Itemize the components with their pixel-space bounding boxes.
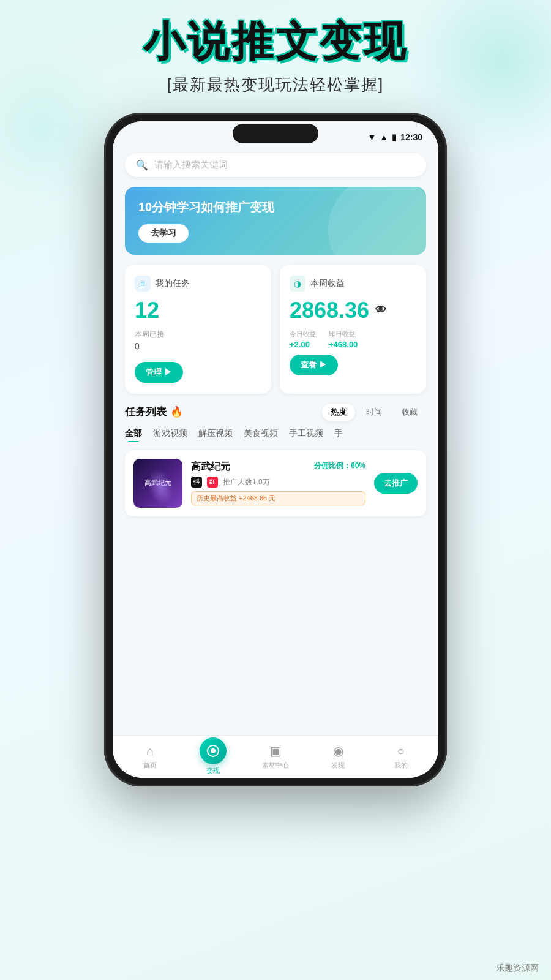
task-stat-card: ≡ 我的任务 12 本周已接 0 管理 ▶ [125,265,271,394]
monetize-icon [200,737,227,764]
nav-item-monetize[interactable]: 变现 [181,737,244,775]
cat-tab-relax[interactable]: 解压视频 [198,428,233,442]
nav-item-home[interactable]: ⌂ 首页 [119,743,181,770]
yesterday-earn-value: +468.00 [329,340,358,349]
nav-item-discover[interactable]: ◉ 发现 [307,743,369,770]
filter-tab-time[interactable]: 时间 [358,404,391,421]
screen-content: 🔍 请输入搜索关键词 10分钟学习如何推广变现 去学习 ≡ 我的任务 [113,148,438,735]
task-item: 高武纪元 高武纪元 分佣比例：60% 抖 红 推广人数1.0万 历史最高收益 +… [125,450,426,516]
earn-icon: ◑ [290,276,305,292]
wifi-icon: ▼ [367,132,376,142]
phone-screen: ▼ ▲ ▮ 12:30 🔍 请输入搜索关键词 10分钟学习如何推广变现 去学习 [113,121,438,778]
tiktok-platform-icon: 抖 [191,477,202,488]
task-manage-button[interactable]: 管理 ▶ [135,362,183,383]
home-icon: ⌂ [142,743,158,759]
page-sub-title: [最新最热变现玩法轻松掌握] [0,74,551,96]
bottom-navigation: ⌂ 首页 变现 ▣ 素材中心 ◉ [113,735,438,778]
task-promoters: 推广人数1.0万 [223,477,270,488]
task-thumbnail: 高武纪元 [133,459,182,508]
battery-icon: ▮ [392,132,397,142]
search-placeholder-text: 请输入搜索关键词 [154,159,228,171]
task-meta: 抖 红 推广人数1.0万 [191,477,365,488]
task-name: 高武纪元 [191,461,230,473]
today-earn-value: +2.00 [290,340,310,349]
nav-item-profile[interactable]: ○ 我的 [370,743,432,770]
stats-row: ≡ 我的任务 12 本周已接 0 管理 ▶ ◑ 本周收益 [125,265,426,394]
nav-label-discover: 发现 [331,761,345,770]
task-ratio: 分佣比例：60% [314,461,365,471]
nav-label-material: 素材中心 [262,761,289,770]
cat-tab-all[interactable]: 全部 [125,428,142,442]
material-icon: ▣ [268,743,283,759]
page-main-title: 小说推文变现 [0,18,551,64]
nav-label-profile: 我的 [394,761,408,770]
task-number: 12 [135,298,261,323]
promote-button[interactable]: 去推广 [374,473,418,494]
task-card-label: 我的任务 [156,278,190,289]
cat-tab-game[interactable]: 游戏视频 [153,428,187,442]
category-tabs: 全部 游戏视频 解压视频 美食视频 手工视频 手 [125,428,426,442]
profile-icon: ○ [393,743,409,759]
task-section-title: 任务列表 🔥 [125,405,183,419]
earn-view-button[interactable]: 查看 ▶ [290,355,338,375]
filter-tab-collect[interactable]: 收藏 [393,404,426,421]
earn-number: 2868.36 👁 [290,298,416,323]
cat-tab-handcraft[interactable]: 手工视频 [289,428,323,442]
nav-label-monetize: 变现 [206,766,220,775]
task-earnings-badge: 历史最高收益 +2468.86 元 [191,491,365,505]
nav-item-material[interactable]: ▣ 素材中心 [244,743,307,770]
banner-learn-button[interactable]: 去学习 [138,224,189,243]
red-platform-icon: 红 [207,477,218,488]
earn-stat-card: ◑ 本周收益 2868.36 👁 今日收益 +2.00 [280,265,426,394]
search-bar[interactable]: 🔍 请输入搜索关键词 [125,153,426,177]
task-info: 高武纪元 分佣比例：60% 抖 红 推广人数1.0万 历史最高收益 +2468.… [191,461,365,505]
task-icon: ≡ [135,276,151,292]
today-earn-label: 今日收益 [290,330,317,339]
cat-tab-food[interactable]: 美食视频 [244,428,278,442]
status-time: 12:30 [400,132,422,142]
phone-mockup: ▼ ▲ ▮ 12:30 🔍 请输入搜索关键词 10分钟学习如何推广变现 去学习 [104,113,447,786]
signal-icon: ▲ [380,132,388,142]
promotion-banner[interactable]: 10分钟学习如何推广变现 去学习 [125,187,426,255]
cat-tab-more[interactable]: 手 [334,428,343,442]
earn-card-label: 本周收益 [310,278,345,289]
nav-label-home: 首页 [143,761,157,770]
camera-cutout [233,124,318,143]
task-section-header: 任务列表 🔥 热度 时间 收藏 [125,404,426,421]
yesterday-earn-label: 昨日收益 [329,330,358,339]
svg-point-1 [211,748,216,753]
discover-icon: ◉ [330,743,346,759]
filter-tab-hot[interactable]: 热度 [322,404,355,421]
task-sub-label: 本周已接 [135,330,261,340]
watermark: 乐趣资源网 [496,963,539,974]
task-sub-value: 0 [135,341,261,351]
eye-icon[interactable]: 👁 [375,304,386,317]
banner-title: 10分钟学习如何推广变现 [138,199,413,216]
filter-tabs: 热度 时间 收藏 [322,404,426,421]
search-icon: 🔍 [136,159,148,171]
fire-icon: 🔥 [170,405,183,418]
